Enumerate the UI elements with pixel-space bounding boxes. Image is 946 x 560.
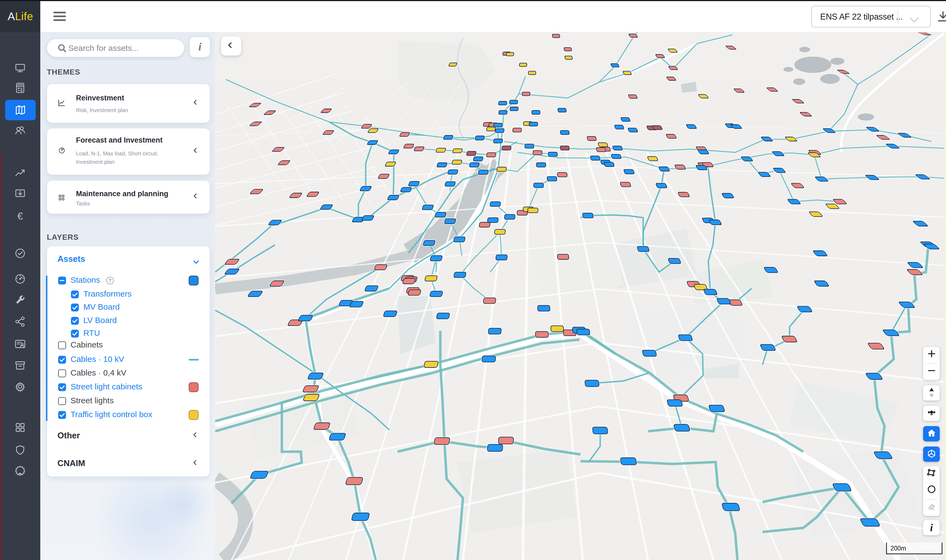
svg-text:€: € <box>17 211 23 222</box>
